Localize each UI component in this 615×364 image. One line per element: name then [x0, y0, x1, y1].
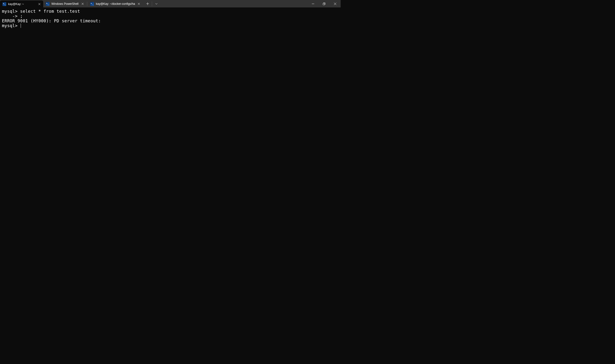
tab-actions [143, 0, 161, 7]
terminal-prompt: mysql> [2, 23, 20, 28]
new-tab-button[interactable] [144, 0, 151, 7]
tab-1[interactable]: kay@Kay: ~ [0, 0, 43, 7]
close-icon[interactable] [81, 2, 85, 6]
action-separator [152, 1, 152, 6]
tab-title: kay@Kay: ~/docker-configs/ha [96, 2, 135, 6]
minimize-button[interactable] [308, 0, 319, 7]
tab-title: kay@Kay: ~ [8, 2, 36, 6]
powershell-icon [90, 2, 94, 6]
cursor [21, 24, 21, 28]
titlebar: kay@Kay: ~ Windows PowerShell kay@Kay: ~… [0, 0, 341, 7]
tabs-container: kay@Kay: ~ Windows PowerShell kay@Kay: ~… [0, 0, 308, 7]
close-icon[interactable] [38, 2, 41, 6]
tab-separator [87, 2, 87, 6]
close-icon[interactable] [137, 2, 141, 6]
window-close-button[interactable] [330, 0, 341, 7]
terminal-line: ERROR 9001 (HY000): PD server timeout: [2, 18, 101, 23]
terminal-line: mysql> select * from test.test [2, 9, 80, 14]
tab-title: Windows PowerShell [51, 2, 79, 6]
tab-3[interactable]: kay@Kay: ~/docker-configs/ha [88, 0, 143, 7]
window-controls [308, 0, 341, 7]
svg-rect-0 [323, 3, 325, 5]
terminal-line: -> ; [2, 14, 23, 18]
powershell-icon [2, 2, 6, 6]
tab-2[interactable]: Windows PowerShell [43, 0, 86, 7]
powershell-icon [46, 2, 50, 6]
maximize-button[interactable] [319, 0, 330, 7]
dropdown-button[interactable] [153, 0, 160, 7]
terminal-output[interactable]: mysql> select * from test.test -> ; ERRO… [0, 7, 341, 30]
